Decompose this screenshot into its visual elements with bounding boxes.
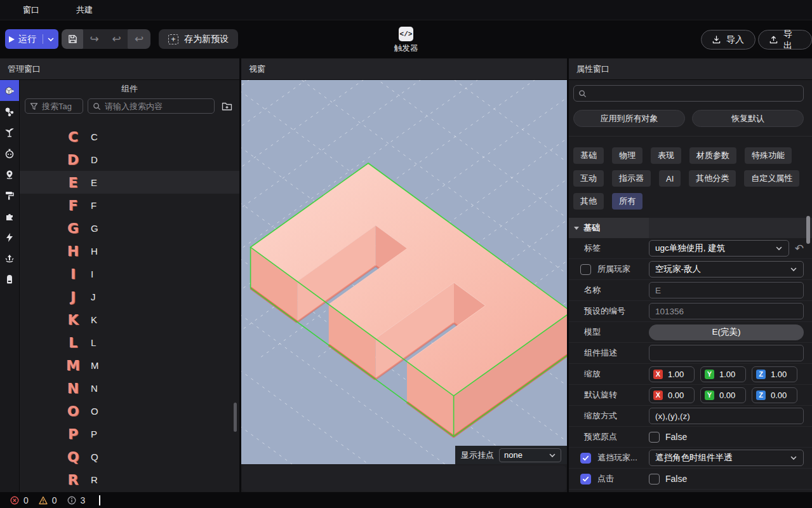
axis-y-badge: Y — [705, 391, 714, 400]
warning-counter[interactable]: 0 — [39, 495, 57, 505]
component-search-input[interactable] — [105, 102, 210, 111]
scale-y-field[interactable]: Y1.00 — [700, 366, 746, 382]
category-tab[interactable]: AI — [659, 170, 681, 187]
property-row-click: 点击 False — [569, 469, 812, 490]
component-list-item[interactable]: J J — [20, 285, 239, 308]
components-pane: 组件 C C — [19, 80, 239, 492]
component-list-item[interactable]: I I — [20, 262, 239, 285]
name-input[interactable] — [649, 282, 804, 298]
tag-search-box[interactable] — [25, 98, 83, 114]
properties-scrollbar[interactable] — [806, 216, 810, 244]
rotation-z-field[interactable]: Z0.00 — [752, 387, 797, 403]
model-button[interactable]: E(完美) — [649, 324, 804, 340]
undo-history-button[interactable]: ↩ — [128, 29, 150, 49]
export-button[interactable]: 导出 — [758, 30, 812, 50]
chevron-down-icon[interactable] — [47, 36, 55, 43]
category-tab[interactable]: 指示器 — [612, 170, 651, 187]
click-value-checkbox[interactable] — [649, 474, 660, 485]
category-tab[interactable]: 其他分类 — [689, 170, 736, 187]
backpack-icon — [4, 274, 15, 284]
rail-item-nodes[interactable] — [0, 101, 19, 122]
component-list-item[interactable]: D D — [20, 148, 239, 171]
run-label: 运行 — [18, 34, 36, 45]
category-tab[interactable]: 自定义属性 — [744, 170, 799, 187]
code-icon[interactable]: </> — [399, 27, 413, 41]
paint-roller-icon — [4, 190, 15, 201]
category-tab[interactable]: 所有 — [612, 193, 642, 210]
import-button[interactable]: 导入 — [701, 30, 755, 50]
run-button[interactable]: 运行 — [5, 29, 58, 49]
save-button[interactable] — [62, 29, 83, 49]
component-list-item[interactable]: C C — [20, 125, 239, 148]
revert-icon[interactable]: ↶ — [795, 243, 804, 254]
redo-button[interactable]: ↪ — [83, 29, 105, 49]
section-header-basic[interactable]: 基础 — [569, 218, 812, 238]
robot-icon — [4, 149, 15, 159]
rotation-x-field[interactable]: X0.00 — [649, 387, 695, 403]
category-tab[interactable]: 互动 — [573, 170, 604, 187]
rail-item-paint[interactable] — [0, 185, 19, 206]
category-tab[interactable]: 物理 — [612, 147, 642, 164]
description-input[interactable] — [649, 345, 804, 361]
viewport-3d[interactable]: 显示挂点 none — [241, 80, 567, 464]
component-list-item[interactable]: L L — [20, 331, 239, 354]
component-list-item[interactable]: N N — [20, 377, 239, 399]
component-list-scrollbar[interactable] — [234, 403, 237, 432]
properties-search-box[interactable] — [573, 85, 804, 102]
rail-item-components[interactable] — [0, 80, 19, 101]
scale-x-field[interactable]: X1.00 — [649, 366, 695, 382]
category-tab[interactable]: 表现 — [651, 147, 681, 164]
owner-checkbox[interactable] — [580, 264, 591, 275]
component-list-item[interactable]: H H — [20, 239, 239, 262]
menu-item[interactable]: 窗口 — [23, 4, 39, 16]
axis-x-badge: X — [653, 370, 663, 379]
component-list-item[interactable]: P P — [20, 422, 239, 445]
component-search-box[interactable] — [88, 98, 215, 114]
restore-default-button[interactable]: 恢复默认 — [692, 110, 804, 127]
tag-search-input[interactable] — [42, 102, 78, 111]
component-list-item[interactable]: O O — [20, 399, 239, 422]
error-counter[interactable]: 0 — [10, 495, 29, 505]
rail-item-plant[interactable] — [0, 122, 19, 143]
component-list-item[interactable]: G G — [20, 217, 239, 239]
click-checkbox[interactable] — [580, 474, 591, 485]
component-list-item[interactable]: F F — [20, 194, 239, 217]
rail-item-teleport[interactable] — [0, 248, 19, 269]
save-as-preset-button[interactable]: + 存为新预设 — [159, 29, 238, 49]
category-tab[interactable]: 特殊功能 — [745, 147, 792, 164]
field-label: 遮挡玩家... — [597, 452, 637, 464]
component-list-item[interactable]: R R — [20, 468, 239, 491]
new-folder-button[interactable] — [219, 98, 234, 114]
component-list-item[interactable]: E E — [20, 171, 239, 194]
rail-item-robot[interactable] — [0, 143, 19, 164]
owner-dropdown[interactable]: 空玩家-敌人 — [649, 261, 804, 277]
scale-mode-input[interactable] — [649, 408, 804, 424]
tag-dropdown[interactable]: ugc单独使用, 建筑 — [649, 240, 789, 257]
preset-id-input[interactable] — [649, 303, 804, 319]
scale-z-field[interactable]: Z1.00 — [752, 366, 797, 382]
component-list-item[interactable]: Q Q — [20, 445, 239, 468]
occlusion-checkbox[interactable] — [580, 453, 591, 464]
save-as-preset-label: 存为新预设 — [184, 34, 229, 45]
3d-scene[interactable] — [241, 80, 567, 464]
field-label: 组件描述 — [584, 347, 649, 359]
occlusion-dropdown[interactable]: 遮挡角色时组件半透 — [649, 450, 804, 466]
preview-origin-checkbox[interactable] — [649, 432, 660, 443]
component-list-item[interactable]: M M — [20, 354, 239, 377]
category-tab[interactable]: 材质参数 — [689, 147, 736, 164]
rotation-y-field[interactable]: Y0.00 — [700, 387, 746, 403]
category-tab[interactable]: 基础 — [573, 147, 604, 164]
properties-search-input[interactable] — [590, 89, 799, 98]
axis-z-badge: Z — [756, 370, 766, 379]
rail-item-location[interactable] — [0, 164, 19, 185]
apply-to-all-button[interactable]: 应用到所有对象 — [573, 110, 685, 127]
menu-item[interactable]: 共建 — [76, 4, 93, 16]
rail-item-lightning[interactable] — [0, 227, 19, 248]
category-tab[interactable]: 其他 — [573, 193, 604, 210]
attach-point-select[interactable]: none — [499, 448, 561, 462]
rail-item-puzzle[interactable] — [0, 206, 19, 227]
undo-button[interactable]: ↩ — [105, 29, 128, 49]
component-list-item[interactable]: K K — [20, 308, 239, 331]
rail-item-backpack[interactable] — [0, 269, 19, 290]
info-counter[interactable]: 3 — [67, 495, 86, 505]
